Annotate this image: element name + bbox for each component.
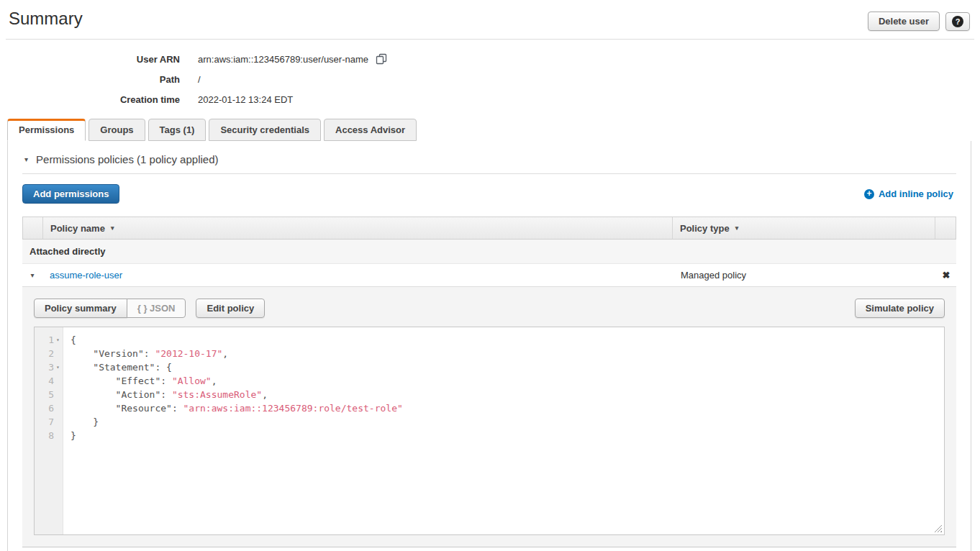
page-header: Summary Delete user ?: [0, 0, 980, 31]
code-line[interactable]: "Effect": "Allow",: [71, 374, 944, 388]
user-info-section: User ARN arn:aws:iam::123456789:user/use…: [0, 49, 980, 109]
policy-table-header: Policy name ▾ Policy type ▾: [22, 217, 956, 240]
line-number: 6: [48, 401, 54, 415]
policy-name-link[interactable]: assume-role-user: [50, 270, 122, 281]
expand-column-header: [23, 217, 43, 239]
fold-caret-icon[interactable]: ▾: [54, 360, 62, 374]
gutter-line[interactable]: 3▾: [35, 360, 63, 374]
permissions-policies-section-toggle[interactable]: ▾ Permissions policies (1 policy applied…: [22, 152, 956, 174]
sort-caret-icon: ▾: [111, 224, 114, 232]
user-arn-value: arn:aws:iam::123456789:user/user-name: [198, 54, 368, 65]
fold-caret-icon[interactable]: ▾: [54, 333, 62, 347]
json-code-text: "Resource":: [71, 403, 183, 414]
json-string-value: "sts:AssumeRole": [172, 389, 262, 400]
gutter-line: 5: [35, 388, 63, 401]
path-row: Path /: [0, 69, 980, 89]
attached-directly-group-row: Attached directly: [22, 240, 956, 264]
header-actions: Delete user ?: [868, 12, 970, 31]
code-line[interactable]: }: [71, 429, 944, 442]
collapse-caret-icon: ▾: [24, 155, 28, 163]
json-code-text: {: [71, 334, 76, 345]
copy-icon[interactable]: [376, 53, 387, 65]
gutter-line: 6: [35, 401, 63, 415]
simulate-policy-button[interactable]: Simulate policy: [855, 299, 945, 318]
code-line[interactable]: "Resource": "arn:aws:iam::123456789:role…: [71, 401, 944, 415]
path-label: Path: [0, 74, 180, 85]
gutter-line: 8: [35, 429, 63, 442]
tab-permissions[interactable]: Permissions: [7, 119, 86, 141]
creation-time-value: 2022-01-12 13:24 EDT: [198, 94, 293, 105]
line-number: 8: [48, 429, 54, 442]
line-number: 7: [48, 415, 54, 429]
json-string-value: "arn:aws:iam::123456789:role/test-role": [183, 403, 403, 414]
json-code-text: "Version":: [71, 348, 155, 359]
policy-summary-button[interactable]: Policy summary: [34, 299, 127, 318]
path-value: /: [198, 74, 201, 85]
creation-time-label: Creation time: [0, 94, 180, 105]
json-code-text: }: [71, 416, 99, 427]
help-button[interactable]: ?: [945, 12, 970, 31]
json-editor-gutter: 1▾23▾45678: [35, 327, 63, 534]
policy-actions-row: Add permissions + Add inline policy: [22, 184, 956, 204]
json-editor-lines[interactable]: { "Version": "2012-10-17", "Statement": …: [63, 327, 944, 534]
json-code-text: "Action":: [71, 389, 172, 400]
question-icon: ?: [952, 16, 963, 27]
policy-view-toggle: Policy summary { } JSON: [34, 299, 186, 318]
policy-detail-toolbar: Policy summary { } JSON Edit policy Simu…: [34, 299, 945, 318]
header-divider: [6, 39, 974, 40]
code-line[interactable]: }: [71, 415, 944, 429]
tab-security-credentials[interactable]: Security credentials: [209, 119, 321, 141]
remove-policy-icon[interactable]: ✖: [936, 270, 956, 281]
json-code-text: ,: [222, 348, 228, 359]
tab-tags[interactable]: Tags (1): [148, 119, 207, 141]
add-inline-policy-link[interactable]: + Add inline policy: [864, 188, 953, 199]
json-code-text: }: [71, 430, 76, 441]
user-arn-row: User ARN arn:aws:iam::123456789:user/use…: [0, 49, 980, 69]
policy-type-value: Managed policy: [673, 270, 936, 281]
permissions-tab-panel: ▾ Permissions policies (1 policy applied…: [7, 141, 971, 551]
edit-policy-button[interactable]: Edit policy: [196, 299, 265, 318]
json-code-text: ,: [212, 375, 217, 386]
gutter-line[interactable]: 1▾: [35, 333, 63, 347]
json-view-button[interactable]: { } JSON: [127, 299, 186, 318]
code-line[interactable]: {: [71, 333, 944, 347]
user-arn-label: User ARN: [0, 54, 180, 65]
json-policy-editor[interactable]: 1▾23▾45678 { "Version": "2012-10-17", "S…: [34, 327, 945, 535]
creation-time-row: Creation time 2022-01-12 13:24 EDT: [0, 89, 980, 109]
sort-caret-icon: ▾: [735, 224, 739, 232]
row-expand-caret-icon[interactable]: ▾: [22, 271, 42, 279]
line-number: 5: [48, 388, 54, 401]
line-number: 1: [48, 333, 54, 347]
page-title: Summary: [9, 9, 83, 29]
plus-circle-icon: +: [864, 189, 874, 199]
add-permissions-button[interactable]: Add permissions: [22, 184, 119, 204]
remove-column-header: [935, 217, 956, 239]
tab-access-advisor[interactable]: Access Advisor: [324, 119, 417, 141]
policy-name-column-header[interactable]: Policy name ▾: [43, 217, 673, 239]
line-number: 3: [48, 360, 54, 374]
policy-detail-panel: Policy summary { } JSON Edit policy Simu…: [22, 286, 956, 547]
code-line[interactable]: "Statement": {: [71, 360, 944, 374]
code-line[interactable]: "Version": "2012-10-17",: [71, 347, 944, 360]
add-inline-policy-label: Add inline policy: [879, 188, 953, 199]
permissions-policies-heading: Permissions policies (1 policy applied): [36, 153, 218, 165]
policy-table: Policy name ▾ Policy type ▾ Attached dir…: [22, 217, 956, 547]
json-string-value: "Allow": [172, 375, 212, 386]
code-line[interactable]: "Action": "sts:AssumeRole",: [71, 388, 944, 401]
tab-groups[interactable]: Groups: [89, 119, 145, 141]
policy-type-column-header[interactable]: Policy type ▾: [673, 217, 935, 239]
gutter-line: 4: [35, 374, 63, 388]
gutter-line: 7: [35, 415, 63, 429]
json-code-text: ,: [262, 389, 268, 400]
delete-user-button[interactable]: Delete user: [868, 12, 940, 31]
tab-bar: Permissions Groups Tags (1) Security cre…: [7, 119, 980, 141]
line-number: 2: [48, 347, 54, 360]
policy-table-row: ▾ assume-role-user Managed policy ✖: [22, 264, 956, 286]
json-string-value: "2012-10-17": [155, 348, 222, 359]
gutter-line: 2: [35, 347, 63, 360]
line-number: 4: [48, 374, 54, 388]
json-code-text: "Statement": {: [71, 362, 172, 373]
json-code-text: "Effect":: [71, 375, 172, 386]
